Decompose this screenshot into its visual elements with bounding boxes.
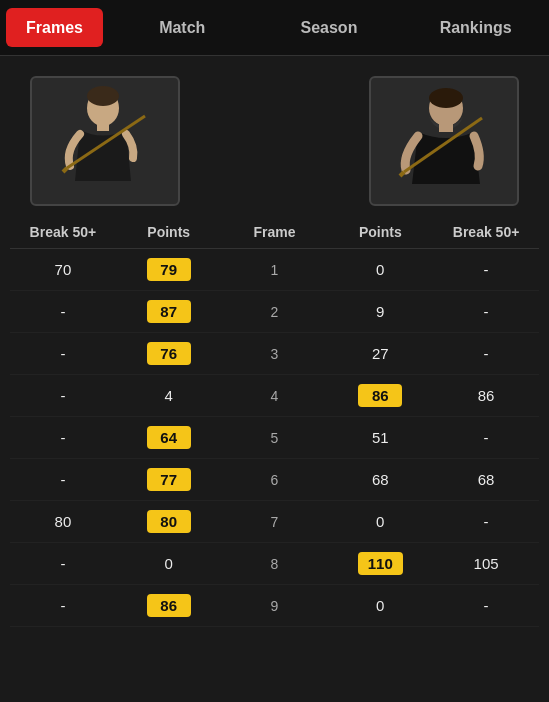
table-row: 808070- bbox=[10, 501, 539, 543]
svg-point-8 bbox=[429, 88, 463, 108]
cell-left-break: - bbox=[10, 345, 116, 362]
cell-frame: 4 bbox=[222, 388, 328, 404]
cell-right-break: 86 bbox=[433, 387, 539, 404]
cell-right-points: 86 bbox=[327, 384, 433, 407]
cell-left-break: 70 bbox=[10, 261, 116, 278]
cell-frame: 1 bbox=[222, 262, 328, 278]
svg-point-2 bbox=[87, 86, 119, 106]
table-body: 707910--8729--76327--448686-64551--77668… bbox=[10, 249, 539, 627]
highlight-badge: 110 bbox=[358, 552, 403, 575]
cell-left-break: - bbox=[10, 429, 116, 446]
col-right-break: Break 50+ bbox=[433, 224, 539, 240]
svg-line-5 bbox=[63, 168, 67, 172]
cell-frame: 8 bbox=[222, 556, 328, 572]
tab-bar: Frames Match Season Rankings bbox=[0, 0, 549, 56]
tab-season[interactable]: Season bbox=[256, 0, 403, 55]
table-row: -8729- bbox=[10, 291, 539, 333]
highlight-badge: 86 bbox=[358, 384, 402, 407]
cell-left-break: - bbox=[10, 387, 116, 404]
svg-rect-9 bbox=[439, 124, 453, 132]
cell-right-break: 68 bbox=[433, 471, 539, 488]
cell-right-points: 110 bbox=[327, 552, 433, 575]
cell-left-break: - bbox=[10, 555, 116, 572]
svg-line-11 bbox=[400, 172, 404, 176]
player-left-avatar bbox=[30, 76, 180, 206]
col-frame: Frame bbox=[222, 224, 328, 240]
table-row: -08110105 bbox=[10, 543, 539, 585]
highlight-badge: 77 bbox=[147, 468, 191, 491]
cell-right-points: 9 bbox=[327, 303, 433, 320]
cell-right-break: - bbox=[433, 429, 539, 446]
cell-frame: 9 bbox=[222, 598, 328, 614]
table-row: 707910- bbox=[10, 249, 539, 291]
cell-right-points: 68 bbox=[327, 471, 433, 488]
cell-left-points: 76 bbox=[116, 342, 222, 365]
cell-left-points: 4 bbox=[116, 387, 222, 404]
table-header: Break 50+ Points Frame Points Break 50+ bbox=[10, 216, 539, 249]
cell-right-break: - bbox=[433, 261, 539, 278]
cell-left-points: 87 bbox=[116, 300, 222, 323]
cell-left-points: 86 bbox=[116, 594, 222, 617]
cell-left-points: 77 bbox=[116, 468, 222, 491]
table-row: -8690- bbox=[10, 585, 539, 627]
cell-frame: 5 bbox=[222, 430, 328, 446]
cell-right-points: 0 bbox=[327, 597, 433, 614]
cell-left-break: - bbox=[10, 303, 116, 320]
tab-frames[interactable]: Frames bbox=[6, 8, 103, 47]
cell-right-break: - bbox=[433, 303, 539, 320]
highlight-badge: 64 bbox=[147, 426, 191, 449]
col-right-points: Points bbox=[327, 224, 433, 240]
cell-left-points: 64 bbox=[116, 426, 222, 449]
cell-left-break: - bbox=[10, 597, 116, 614]
highlight-badge: 76 bbox=[147, 342, 191, 365]
cell-right-points: 0 bbox=[327, 261, 433, 278]
table-row: -64551- bbox=[10, 417, 539, 459]
cell-right-break: 105 bbox=[433, 555, 539, 572]
cell-right-points: 27 bbox=[327, 345, 433, 362]
cell-left-points: 0 bbox=[116, 555, 222, 572]
col-left-break: Break 50+ bbox=[10, 224, 116, 240]
cell-left-points: 80 bbox=[116, 510, 222, 533]
table-row: -7766868 bbox=[10, 459, 539, 501]
player-right-avatar bbox=[369, 76, 519, 206]
cell-left-break: - bbox=[10, 471, 116, 488]
cell-frame: 3 bbox=[222, 346, 328, 362]
cell-right-break: - bbox=[433, 345, 539, 362]
table-row: -76327- bbox=[10, 333, 539, 375]
cell-left-break: 80 bbox=[10, 513, 116, 530]
col-left-points: Points bbox=[116, 224, 222, 240]
stats-table: Break 50+ Points Frame Points Break 50+ … bbox=[0, 216, 549, 627]
highlight-badge: 80 bbox=[147, 510, 191, 533]
cell-right-points: 51 bbox=[327, 429, 433, 446]
highlight-badge: 86 bbox=[147, 594, 191, 617]
cell-frame: 2 bbox=[222, 304, 328, 320]
cell-frame: 6 bbox=[222, 472, 328, 488]
highlight-badge: 87 bbox=[147, 300, 191, 323]
players-row bbox=[0, 56, 549, 216]
tab-rankings[interactable]: Rankings bbox=[402, 0, 549, 55]
cell-left-points: 79 bbox=[116, 258, 222, 281]
svg-rect-3 bbox=[97, 123, 109, 131]
tab-match[interactable]: Match bbox=[109, 0, 256, 55]
cell-right-points: 0 bbox=[327, 513, 433, 530]
cell-frame: 7 bbox=[222, 514, 328, 530]
cell-right-break: - bbox=[433, 597, 539, 614]
cell-right-break: - bbox=[433, 513, 539, 530]
table-row: -448686 bbox=[10, 375, 539, 417]
highlight-badge: 79 bbox=[147, 258, 191, 281]
